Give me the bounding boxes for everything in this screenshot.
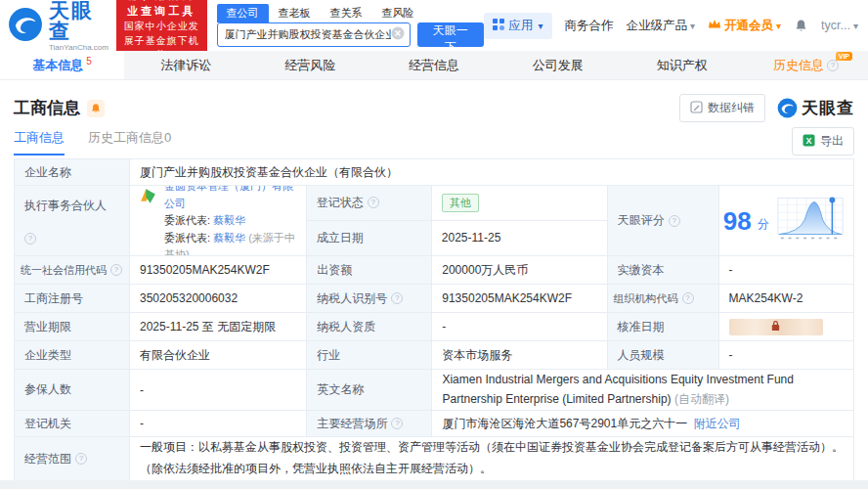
tab-company-development[interactable]: 公司发展 bbox=[496, 51, 620, 79]
search-tab-boss[interactable]: 查老板 bbox=[269, 4, 321, 22]
business-term-label: 营业期限 bbox=[15, 313, 130, 340]
rep-name-link[interactable]: 蔡毅华 bbox=[213, 232, 245, 244]
section-header: 工商信息 bbox=[14, 97, 105, 119]
registration-number-value: 350205320006032 bbox=[130, 285, 307, 312]
company-name-value: 厦门产业并购股权投资基金合伙企业（有限合伙） bbox=[130, 159, 853, 185]
apps-label: 应用 bbox=[509, 18, 534, 34]
watermark-text: 天眼查 bbox=[802, 97, 854, 119]
table-row: 参保人数 - 英文名称 Xiamen Industrial Mergers an… bbox=[15, 370, 853, 411]
label-text: 组织机构代码 bbox=[614, 291, 678, 306]
table-row: 工商注册号 350205320006032 纳税人识别号 91350205MAK… bbox=[15, 285, 853, 313]
tianyan-score-label: 天眼评分 bbox=[608, 186, 719, 255]
tab-label: 法律诉讼 bbox=[160, 57, 211, 74]
contribution-value: 200000万人民币 bbox=[432, 256, 607, 284]
auto-translate-note: (自动翻译) bbox=[674, 392, 729, 406]
vip-label: 开通会员 bbox=[724, 18, 773, 34]
clear-icon[interactable] bbox=[391, 26, 405, 43]
data-correction-button[interactable]: 数据纠错 bbox=[679, 94, 765, 122]
tab-history-info[interactable]: 历史信息VIP bbox=[744, 51, 868, 79]
excel-icon: X bbox=[803, 134, 815, 150]
rep-name-link[interactable]: 蔡毅华 bbox=[213, 214, 245, 226]
company-name-label: 企业名称 bbox=[15, 159, 130, 185]
subtab-history-business-info[interactable]: 历史工商信息0 bbox=[88, 129, 171, 156]
search-tab-relation[interactable]: 查关系 bbox=[321, 4, 372, 22]
search-tab-risk[interactable]: 查风险 bbox=[372, 4, 424, 22]
label-text: 执行事务合伙人 bbox=[24, 198, 107, 214]
tab-count: 5 bbox=[86, 56, 92, 67]
executive-partner-label: 执行事务合伙人 bbox=[15, 186, 130, 255]
company-type-value: 有限合伙企业 bbox=[130, 341, 307, 369]
nav-vip[interactable]: 开通会员 bbox=[708, 18, 781, 34]
business-info-table: 企业名称 厦门产业并购股权投资基金合伙企业（有限合伙） 执行事务合伙人 金圆资本… bbox=[14, 158, 854, 481]
org-code-label: 组织机构代码 bbox=[608, 285, 719, 312]
established-date-label: 成立日期 bbox=[307, 221, 432, 256]
nav-cooperation[interactable]: 商务合作 bbox=[565, 18, 614, 34]
chevron-down-icon bbox=[853, 19, 858, 32]
locked-value[interactable] bbox=[729, 319, 823, 335]
tab-label: 经营信息 bbox=[409, 57, 459, 74]
vip-badge: VIP bbox=[836, 52, 852, 61]
top-header: 天眼查 TianYanCha.com 都在用的商业查询工具 国家中小企业发展子基… bbox=[0, 0, 868, 51]
registration-status-value: 其他 bbox=[432, 186, 607, 220]
search-input[interactable] bbox=[225, 29, 392, 41]
watermark-logo: 天眼查 bbox=[777, 97, 854, 119]
business-scope-value: 一般项目：以私募基金从事股权投资、投资管理、资产管理等活动（须在中国证券投资基金… bbox=[130, 437, 853, 480]
help-icon bbox=[24, 233, 36, 244]
registration-authority-label: 登记机关 bbox=[15, 411, 130, 436]
nearby-companies-link[interactable]: 附近公司 bbox=[694, 416, 741, 432]
brand-name: 天眼查 bbox=[49, 0, 108, 41]
tab-intellectual-property[interactable]: 知识产权 bbox=[620, 51, 744, 79]
table-row: 经营范围 一般项目：以私募基金从事股权投资、投资管理、资产管理等活动（须在中国证… bbox=[15, 437, 853, 480]
tab-operation-risk[interactable]: 经营风险 bbox=[248, 51, 372, 79]
monitor-bell-icon[interactable] bbox=[87, 100, 105, 117]
table-row: 营业期限 2025-11-25 至 无固定期限 纳税人资质 - 核准日期 bbox=[15, 313, 853, 341]
tab-label: 知识产权 bbox=[657, 57, 708, 74]
notification-bell-icon[interactable] bbox=[794, 19, 808, 33]
staff-size-label: 人员规模 bbox=[608, 341, 719, 369]
insured-count-label: 参保人数 bbox=[15, 370, 130, 410]
export-button[interactable]: X 导出 bbox=[792, 127, 854, 156]
search-area: 查公司 查老板 查关系 查风险 天眼一下 bbox=[217, 4, 484, 47]
label-text: 纳税人识别号 bbox=[317, 290, 387, 307]
label-text: 登记状态 bbox=[317, 195, 364, 211]
tianyancha-logo[interactable]: 天眼查 TianYanCha.com bbox=[8, 0, 108, 52]
data-correction-label: 数据纠错 bbox=[708, 100, 755, 116]
english-name-label: 英文名称 bbox=[307, 370, 432, 410]
executive-partner-value: 金圆资本管理（厦门）有限公司 委派代表: 蔡毅华 委派代表: 蔡毅华 (来源于中… bbox=[130, 186, 307, 255]
user-menu[interactable]: tycr... bbox=[821, 19, 858, 32]
tab-basic-info[interactable]: 基本信息5 bbox=[0, 51, 124, 79]
taxpayer-id-label: 纳税人识别号 bbox=[307, 285, 432, 312]
help-icon bbox=[75, 453, 87, 465]
main-tab-bar: 基本信息5 法律诉讼 经营风险 经营信息 公司发展 知识产权 历史信息VIP bbox=[0, 51, 868, 80]
tab-legal[interactable]: 法律诉讼 bbox=[124, 51, 248, 79]
business-scope-text: 一般项目：以私募基金从事股权投资、投资管理、资产管理等活动（须在中国证券投资基金… bbox=[130, 437, 853, 480]
tianyan-score-value[interactable]: 98 分 bbox=[719, 186, 853, 255]
tab-operation-info[interactable]: 经营信息 bbox=[372, 51, 497, 79]
rep-prefix: 委派代表: bbox=[164, 214, 210, 226]
label-text: 主要经营场所 bbox=[317, 416, 387, 432]
premises-label: 主要经营场所 bbox=[307, 411, 432, 436]
nav-enterprise-products[interactable]: 企业级产品 bbox=[627, 18, 696, 34]
subtab-bar: 工商信息 历史工商信息0 bbox=[14, 129, 171, 156]
apps-menu[interactable]: 应用 bbox=[484, 13, 552, 39]
score-unit: 分 bbox=[758, 216, 769, 233]
search-button[interactable]: 天眼一下 bbox=[417, 22, 483, 47]
banner-line1: 都在用的商业查询工具 bbox=[123, 0, 200, 20]
insured-count-value: - bbox=[130, 370, 307, 410]
label-text: 天眼评分 bbox=[618, 212, 665, 229]
tab-label: 经营风险 bbox=[284, 57, 335, 74]
help-icon bbox=[669, 215, 680, 227]
partner-company-link[interactable]: 金圆资本管理（厦门）有限公司 bbox=[164, 186, 293, 209]
subtab-business-info[interactable]: 工商信息 bbox=[14, 129, 65, 156]
apps-grid-icon bbox=[493, 19, 504, 33]
uscc-value: 91350205MAK254KW2F bbox=[130, 256, 307, 284]
svg-text:X: X bbox=[805, 135, 811, 145]
chevron-down-icon bbox=[776, 19, 781, 32]
english-name-text: Xiamen Industrial Mergers and Acquisitio… bbox=[442, 373, 794, 405]
contribution-label: 出资额 bbox=[307, 256, 432, 284]
approval-date-value bbox=[719, 313, 853, 340]
tianyancha-logo-icon bbox=[8, 7, 43, 45]
search-tab-company[interactable]: 查公司 bbox=[217, 4, 269, 22]
crown-icon bbox=[708, 19, 721, 32]
company-type-label: 企业类型 bbox=[15, 341, 130, 369]
